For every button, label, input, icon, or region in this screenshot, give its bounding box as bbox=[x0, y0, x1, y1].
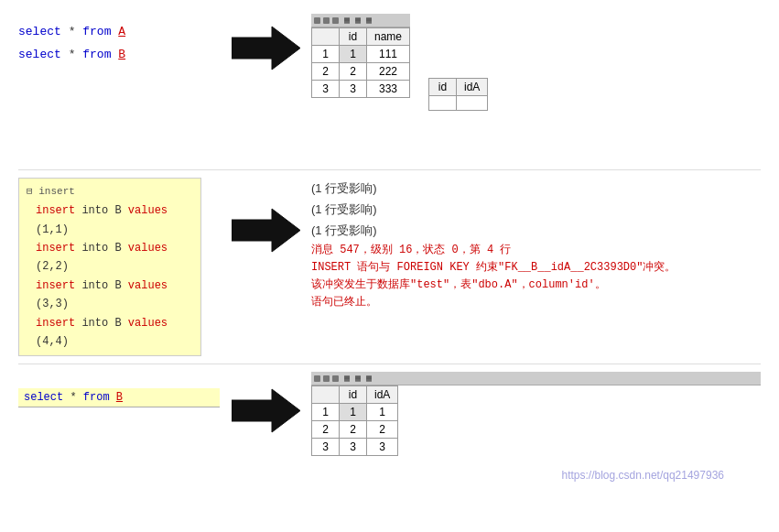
table-a-col-name: name bbox=[367, 28, 410, 46]
insert-line1: insert into B values (1,1) bbox=[27, 201, 193, 239]
tbar-dot1 bbox=[314, 17, 320, 24]
table-a-col-empty bbox=[312, 28, 340, 46]
table-b-result-titlebar: ▦ ▦ ▦ bbox=[311, 372, 761, 385]
tb-col-ida: idA bbox=[367, 386, 398, 404]
section3-arrow bbox=[220, 372, 311, 436]
table-row: 1 1 111 bbox=[312, 46, 410, 63]
tbar-dot3 bbox=[332, 17, 339, 24]
error-line3: 该冲突发生于数据库"test"，表"dbo.A"，column'id'。 bbox=[311, 277, 761, 294]
table-b-col-ida: idA bbox=[457, 79, 488, 96]
table-row: 3 3 333 bbox=[312, 81, 410, 98]
table-row: 1 1 1 bbox=[312, 404, 398, 421]
insert-line4: insert into B values (4,4) bbox=[27, 314, 193, 352]
table-b-col-id: id bbox=[429, 79, 457, 96]
table-b-result: id idA 1 1 1 2 2 2 bbox=[311, 385, 398, 456]
tbar-dot6 bbox=[332, 375, 339, 382]
arrow-icon2 bbox=[232, 205, 300, 255]
table-b-wrapper: id idA bbox=[428, 78, 488, 111]
section1-left: select * from A select * from B bbox=[18, 14, 220, 65]
section2: ⊟ insert insert into B values (1,1) inse… bbox=[0, 170, 779, 364]
tbar-dot4 bbox=[314, 375, 320, 382]
code-line2: select * from B bbox=[18, 46, 220, 65]
result-msg2: (1 行受影响) bbox=[311, 199, 761, 220]
table-a-wrapper: ▦ ▦ ▦ id name 1 bbox=[311, 14, 410, 98]
tbar-dot5 bbox=[323, 375, 330, 382]
code-line1: select * from A bbox=[18, 23, 220, 42]
arrow-icon3 bbox=[232, 385, 300, 436]
svg-marker-2 bbox=[232, 389, 300, 432]
page-container: select * from A select * from B bbox=[0, 0, 779, 532]
section2-left: ⊟ insert insert into B values (1,1) inse… bbox=[18, 178, 220, 357]
error-line2: INSERT 语句与 FOREIGN KEY 约束"FK__B__idA__2C… bbox=[311, 259, 761, 277]
tbar-dot2 bbox=[323, 17, 330, 24]
section3-left: select * from B bbox=[18, 372, 220, 407]
select-b-code: select * from B bbox=[18, 388, 220, 407]
section3-right: ▦ ▦ ▦ id idA 1 1 1 bbox=[311, 372, 761, 456]
tb-col-empty bbox=[312, 386, 340, 404]
insert-line2: insert into B values (2,2) bbox=[27, 239, 193, 277]
error-line1: 消息 547，级别 16，状态 0，第 4 行 bbox=[311, 242, 761, 259]
section2-arrow bbox=[220, 178, 311, 255]
arrow-icon bbox=[232, 23, 300, 73]
svg-marker-1 bbox=[232, 209, 300, 252]
insert-line3: insert into B values (3,3) bbox=[27, 277, 193, 314]
table-row: 2 2 222 bbox=[312, 63, 410, 81]
table-a: id name 1 1 111 2 bbox=[311, 27, 410, 98]
code-block-header: ⊟ insert bbox=[27, 183, 193, 201]
table-a-titlebar: ▦ ▦ ▦ bbox=[311, 14, 410, 27]
svg-marker-0 bbox=[232, 27, 300, 70]
section1-right: ▦ ▦ ▦ id name 1 bbox=[311, 14, 761, 111]
section2-right: (1 行受影响) (1 行受影响) (1 行受影响) 消息 547，级别 16，… bbox=[311, 178, 761, 312]
error-line4: 语句已终止。 bbox=[311, 294, 761, 311]
code-block: ⊟ insert insert into B values (1,1) inse… bbox=[18, 178, 201, 357]
table-a-col-id: id bbox=[340, 28, 367, 46]
section1: select * from A select * from B bbox=[0, 0, 779, 169]
insert-label: insert bbox=[38, 186, 75, 197]
section1-arrow bbox=[220, 14, 311, 73]
section3: select * from B ▦ ▦ ▦ bbox=[0, 364, 779, 532]
table-b-empty: id idA bbox=[428, 78, 488, 111]
table-row: 3 3 3 bbox=[312, 439, 398, 456]
watermark: https://blog.csdn.net/qq21497936 bbox=[562, 469, 724, 482]
table-row-empty bbox=[429, 96, 488, 111]
table-a-label: ▦ ▦ ▦ bbox=[344, 15, 372, 26]
tb-col-id: id bbox=[340, 386, 367, 404]
result-msg1: (1 行受影响) bbox=[311, 178, 761, 199]
result-msg3: (1 行受影响) bbox=[311, 220, 761, 241]
table-b-result-wrapper: ▦ ▦ ▦ id idA 1 1 1 bbox=[311, 372, 761, 456]
table-b-result-label: ▦ ▦ ▦ bbox=[344, 373, 372, 384]
table-row: 2 2 2 bbox=[312, 421, 398, 439]
